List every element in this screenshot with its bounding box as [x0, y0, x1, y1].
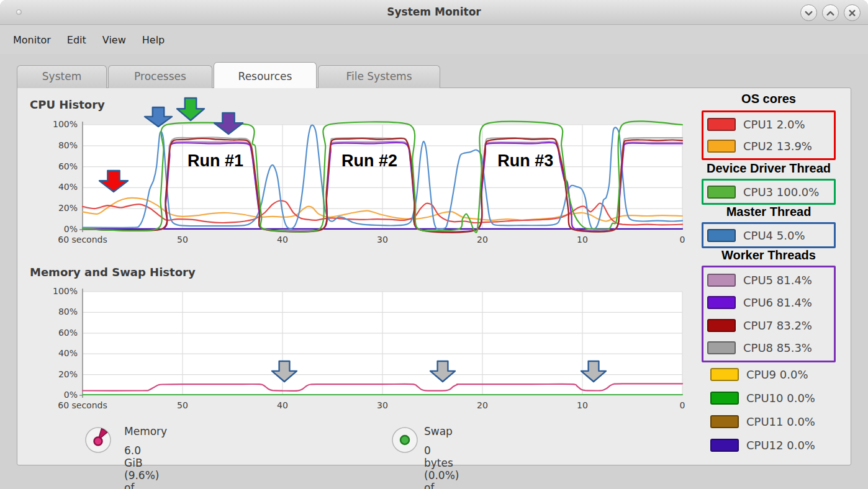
legend-row-cpu7: CPU7 83.2%: [707, 315, 830, 336]
legend-label: CPU5 81.4%: [743, 274, 812, 287]
swap-value: 0 bytes (0.0%) of 23.3 GiB: [424, 444, 459, 489]
close-icon: [844, 5, 860, 21]
memory-swap-chart: 100%80%60%40%20%0%60 seconds50403020100: [83, 292, 682, 395]
menu-item-edit[interactable]: Edit: [59, 30, 94, 50]
y-tick-label: 40%: [35, 348, 78, 358]
legend-label: CPU12 0.0%: [746, 439, 815, 452]
y-tick-label: 40%: [35, 182, 78, 192]
legend-group-box-master-thread: CPU4 5.0%: [702, 222, 836, 248]
legend-label: CPU9 0.0%: [746, 368, 808, 381]
tab-system[interactable]: System: [17, 65, 107, 88]
window-controls: [800, 4, 861, 21]
y-tick-label: 80%: [35, 140, 78, 150]
x-tick-label: 60 seconds: [48, 400, 117, 410]
window-title: System Monitor: [0, 6, 868, 18]
legend-heading-os-cores: OS cores: [741, 92, 796, 106]
annotation-gray-arrow-3: [580, 360, 607, 383]
annotation-gray-arrow-2: [429, 360, 456, 383]
legend-row-cpu2: CPU2 13.9%: [707, 136, 830, 157]
legend-row-cpu5: CPU5 81.4%: [707, 269, 830, 290]
y-tick-label: 0%: [35, 390, 78, 400]
legend-swatch-cpu5[interactable]: [707, 274, 736, 287]
x-tick-label: 40: [248, 400, 317, 410]
legend-swatch-cpu8[interactable]: [707, 341, 736, 354]
legend-label: CPU11 0.0%: [746, 415, 815, 428]
titlebar: System Monitor: [0, 0, 868, 25]
annotation-green-arrow: [176, 97, 206, 122]
annotation-blue-arrow: [143, 106, 173, 128]
annotation-gray-arrow-1: [271, 360, 298, 383]
legend-swatch-cpu10[interactable]: [710, 392, 739, 405]
x-tick-label: 60 seconds: [48, 235, 117, 244]
legend-swatch-cpu9[interactable]: [710, 368, 739, 381]
legend-label: CPU4 5.0%: [743, 229, 805, 242]
y-tick-label: 20%: [35, 369, 78, 379]
legend-label: CPU3 100.0%: [743, 186, 819, 199]
legend-group-box-os-cores: CPU1 2.0%CPU2 13.9%: [702, 110, 836, 160]
annotation-purple-arrow: [213, 112, 244, 135]
x-tick-label: 20: [448, 235, 517, 244]
cpu-chart-svg: [83, 125, 682, 230]
x-tick-label: 30: [348, 235, 417, 244]
legend-label: CPU1 2.0%: [743, 118, 805, 131]
y-tick-label: 80%: [35, 307, 78, 316]
tab-resources[interactable]: Resources: [214, 62, 317, 88]
legend-row-cpu9: CPU9 0.0%: [705, 364, 808, 385]
y-tick-label: 100%: [35, 119, 78, 129]
legend-label: CPU2 13.9%: [743, 140, 812, 153]
legend-heading-worker-threads: Worker Threads: [721, 248, 816, 262]
cpu-history-title: CPU History: [30, 98, 105, 111]
window-minimize-button[interactable]: [800, 4, 817, 21]
legend-group-box-device-driver-thread: CPU3 100.0%: [702, 179, 836, 205]
tab-bar: SystemProcessesResourcesFile Systems: [17, 62, 441, 88]
system-monitor-window: System Monitor MonitorEditViewHelp Syste…: [0, 0, 868, 489]
x-tick-label: 40: [248, 235, 317, 244]
annotation-run-2: Run #2: [341, 151, 397, 171]
swap-label: Swap: [424, 425, 453, 437]
legend-row-cpu12: CPU12 0.0%: [705, 434, 815, 455]
window-maximize-button[interactable]: [822, 4, 839, 21]
legend-swatch-cpu1[interactable]: [707, 118, 736, 131]
menu-item-help[interactable]: Help: [134, 30, 173, 50]
x-tick-label: 20: [448, 400, 517, 410]
legend-label: CPU7 83.2%: [743, 319, 812, 332]
legend-swatch-cpu4[interactable]: [707, 229, 736, 242]
memory-label: Memory: [124, 425, 167, 437]
legend-swatch-cpu11[interactable]: [710, 415, 739, 428]
legend-swatch-cpu12[interactable]: [710, 439, 739, 452]
x-tick-label: 50: [148, 235, 217, 244]
legend-swatch-cpu3[interactable]: [707, 186, 736, 199]
x-tick-label: 50: [148, 400, 217, 410]
tab-processes[interactable]: Processes: [108, 65, 212, 88]
legend-row-cpu6: CPU6 81.4%: [707, 292, 830, 313]
y-tick-label: 60%: [35, 161, 78, 171]
legend-swatch-cpu6[interactable]: [707, 296, 736, 309]
menu-bar: MonitorEditViewHelp: [0, 25, 868, 54]
y-tick-label: 0%: [35, 224, 78, 234]
legend-swatch-cpu2[interactable]: [707, 140, 736, 153]
legend-row-cpu8: CPU8 85.3%: [707, 338, 830, 359]
legend-row-cpu1: CPU1 2.0%: [707, 114, 830, 135]
legend-row-cpu4: CPU4 5.0%: [707, 225, 830, 245]
memory-value: 6.0 GiB (9.6%) of 62.7 GiB: [124, 444, 159, 489]
y-tick-label: 20%: [35, 203, 78, 213]
legend-heading-device-driver-thread: Device Driver Thread: [707, 161, 831, 176]
tab-file-systems[interactable]: File Systems: [318, 65, 440, 88]
legend-row-cpu3: CPU3 100.0%: [707, 182, 830, 202]
y-tick-label: 60%: [35, 328, 78, 338]
annotation-run-1: Run #1: [188, 151, 243, 171]
window-close-button[interactable]: [844, 4, 861, 21]
legend-row-cpu10: CPU10 0.0%: [705, 387, 815, 408]
swap-dot-icon: [391, 426, 418, 454]
menu-item-view[interactable]: View: [94, 30, 134, 50]
menu-item-monitor[interactable]: Monitor: [5, 30, 59, 50]
legend-swatch-cpu7[interactable]: [707, 319, 736, 332]
x-tick-label: 10: [548, 400, 617, 410]
annotation-run-3: Run #3: [497, 151, 553, 171]
memory-swap-history-title: Memory and Swap History: [30, 266, 196, 279]
x-tick-label: 10: [548, 235, 617, 244]
legend-label: CPU6 81.4%: [743, 296, 812, 309]
cpu-history-chart: 100%80%60%40%20%0%60 seconds50403020100R…: [83, 125, 682, 230]
legend-heading-master-thread: Master Thread: [726, 205, 811, 219]
y-tick-label: 100%: [35, 286, 78, 296]
